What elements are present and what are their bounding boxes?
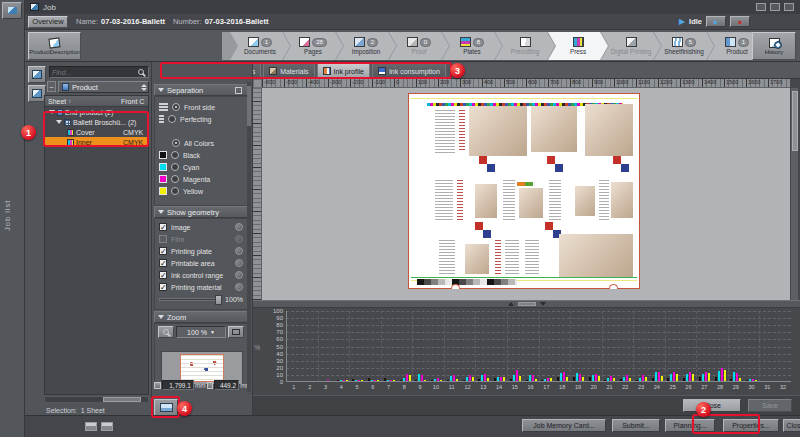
sheet-view-button[interactable] (28, 66, 46, 83)
black-radio[interactable] (171, 151, 179, 159)
column-sheet[interactable]: Sheet (48, 98, 66, 105)
perfecting-radio[interactable] (168, 115, 176, 123)
tab-materials[interactable]: Materials (263, 63, 314, 78)
separation-section-header[interactable]: Separation (154, 84, 248, 96)
print-icon[interactable] (85, 422, 97, 431)
tree-row-cover[interactable]: Cover CMYK (45, 127, 148, 137)
printing-material-checkbox[interactable]: ✓ (159, 283, 167, 291)
job-memory-card-button[interactable]: Job Memory Card... (522, 419, 606, 432)
printing-material-indicator[interactable] (235, 283, 243, 291)
slider-handle[interactable] (215, 295, 222, 305)
submit-button[interactable]: Submit... (612, 419, 660, 432)
preview-vertical-scrollbar[interactable] (790, 88, 798, 300)
step-proof[interactable]: 0Proof (389, 32, 449, 60)
tab-ink-consumption[interactable]: Ink consumption (372, 63, 446, 78)
perfecting-option[interactable]: Perfecting (155, 113, 247, 125)
find-field[interactable] (49, 66, 149, 78)
step-press[interactable]: Press (548, 32, 608, 60)
front-side-option[interactable]: Front side (155, 101, 247, 113)
front-side-radio[interactable] (172, 103, 180, 111)
product-description-button[interactable]: ProductDescription (28, 32, 81, 60)
job-list-tab-button[interactable] (2, 2, 22, 19)
geometry-printing-plate-row[interactable]: ✓Printing plate (155, 245, 247, 257)
geometry-ink-control-range-row[interactable]: ✓Ink control range (155, 269, 247, 281)
black-option[interactable]: Black (155, 149, 247, 161)
column-front-color[interactable]: Front C (121, 98, 144, 105)
planning-button[interactable]: Planning... (665, 419, 715, 432)
ink-control-range-indicator[interactable] (235, 271, 243, 279)
zoom-section-header[interactable]: Zoom (154, 311, 248, 323)
tree-row-inner[interactable]: Inner CMYK (45, 137, 148, 147)
show-geometry-section-header[interactable]: Show geometry (154, 206, 248, 218)
printing-plate-indicator[interactable] (235, 247, 243, 255)
stop-button[interactable]: ■ (730, 16, 750, 27)
step-precutting[interactable]: Precutting (495, 32, 555, 60)
close-button[interactable]: Close (683, 399, 741, 412)
expander-icon[interactable] (56, 120, 62, 124)
tree-row-ballett[interactable]: Ballett Broschü... (2) (45, 117, 148, 127)
printable-area-indicator[interactable] (235, 259, 243, 267)
zoom-level-dropdown[interactable]: 100 %▼ (176, 326, 226, 338)
tree-horizontal-scrollbar[interactable] (44, 396, 149, 403)
image-indicator[interactable] (235, 223, 243, 231)
ink-control-range-checkbox[interactable]: ✓ (159, 271, 167, 279)
product-selector[interactable]: Product (58, 81, 149, 93)
all-colors-option[interactable]: All Colors (155, 137, 247, 149)
window-close-icon[interactable] (784, 3, 794, 11)
film-checkbox[interactable] (159, 235, 167, 243)
sheet-preview-canvas[interactable] (262, 88, 790, 300)
window-maximize-icon[interactable] (770, 3, 780, 11)
separation-checkbox[interactable] (235, 87, 242, 94)
magenta-radio[interactable] (171, 175, 179, 183)
image-checkbox[interactable]: ✓ (159, 223, 167, 231)
step-sheetfinishing[interactable]: 5Sheetfinishing (654, 32, 714, 60)
step-pages[interactable]: 28Pages (283, 32, 343, 60)
geometry-image-row[interactable]: ✓Image (155, 221, 247, 233)
geometry-film-row[interactable]: Film (155, 233, 247, 245)
chart-splitter[interactable] (253, 300, 800, 308)
cyan-option[interactable]: Cyan (155, 161, 247, 173)
inspector-scrollbar[interactable] (247, 82, 251, 392)
job-list-vertical-label[interactable]: Job list (3, 170, 21, 260)
yellow-radio[interactable] (171, 187, 179, 195)
overview-button[interactable]: Overview (28, 16, 68, 28)
step-digital-printing[interactable]: Digital Printing (601, 32, 661, 60)
printing-plate-checkbox[interactable]: ✓ (159, 247, 167, 255)
save-button[interactable]: Save (748, 399, 792, 412)
yellow-option[interactable]: Yellow (155, 185, 247, 197)
history-button[interactable]: History (752, 32, 796, 60)
geometry-printing-material-row[interactable]: ✓Printing material (155, 281, 247, 293)
splitter-down-icon[interactable] (540, 302, 546, 306)
step-imposition[interactable]: 2Imposition (336, 32, 396, 60)
splitter-grip[interactable] (518, 302, 536, 306)
scrollbar-thumb[interactable] (247, 86, 251, 126)
collapse-button[interactable]: – (47, 81, 56, 92)
step-documents[interactable]: 1Documents (230, 32, 290, 60)
start-button[interactable]: ▶ (706, 16, 726, 27)
tab-ink-profile[interactable]: Ink profile (317, 63, 370, 78)
properties-button[interactable]: Properties... (723, 419, 779, 432)
window-detach-icon[interactable] (756, 3, 766, 11)
y-coordinate-value[interactable]: 449.2 (214, 380, 239, 390)
geometry-printable-area-row[interactable]: ✓Printable area (155, 257, 247, 269)
expander-icon[interactable] (49, 110, 55, 114)
tree-header[interactable]: Sheet ↕ Front C (45, 96, 148, 107)
zoom-fit-button[interactable] (228, 326, 244, 338)
all-colors-radio[interactable] (172, 139, 180, 147)
close-job-button[interactable]: Close Job (783, 419, 800, 432)
scrollbar-thumb[interactable] (103, 397, 141, 402)
step-plates[interactable]: 8Plates (442, 32, 502, 60)
magenta-option[interactable]: Magenta (155, 173, 247, 185)
x-coordinate-value[interactable]: 1,799.1 (162, 380, 194, 390)
opacity-slider[interactable] (159, 298, 221, 301)
zoom-tool-button[interactable] (158, 326, 174, 338)
splitter-up-icon[interactable] (508, 302, 514, 306)
find-input[interactable] (50, 69, 138, 76)
image-preview-toggle-button[interactable] (154, 399, 178, 416)
printable-area-checkbox[interactable]: ✓ (159, 259, 167, 267)
tree-row-end-product[interactable]: End product (2) (45, 107, 148, 117)
scrollbar-thumb[interactable] (792, 91, 798, 151)
product-spinner[interactable] (141, 84, 147, 91)
cyan-radio[interactable] (171, 163, 179, 171)
print-settings-icon[interactable] (101, 422, 113, 431)
